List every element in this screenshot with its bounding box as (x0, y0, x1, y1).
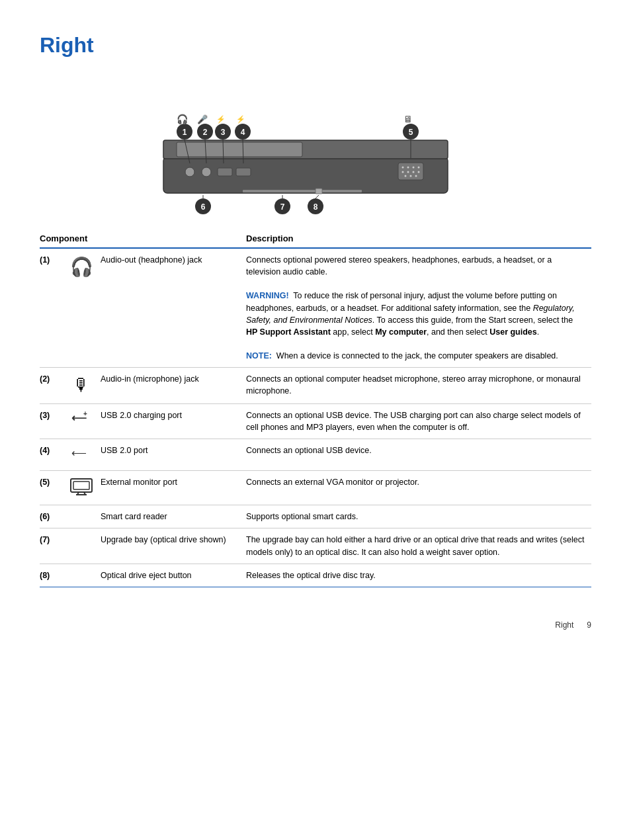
table-row: (5) External monitor port Connects an ex… (40, 471, 591, 505)
usb-icon: ⟵ (71, 450, 91, 463)
row-desc: Connects an external VGA monitor or proj… (246, 471, 591, 505)
note-label: NOTE: (246, 351, 272, 360)
page-title: Right (40, 33, 591, 58)
row-icon (67, 505, 101, 528)
row-name: Upgrade bay (optical drive shown) (101, 528, 246, 564)
svg-rect-5 (218, 168, 232, 176)
row-icon: 🎧 (67, 248, 101, 368)
headphone-icon: 🎧 (70, 257, 93, 277)
svg-point-17 (410, 175, 412, 177)
svg-point-12 (402, 171, 404, 173)
svg-text:2: 2 (203, 128, 208, 137)
svg-point-9 (407, 167, 409, 169)
svg-point-15 (418, 171, 420, 173)
svg-text:3: 3 (221, 128, 226, 137)
row-desc: Connects an optional computer headset mi… (246, 368, 591, 404)
svg-text:🖥: 🖥 (403, 114, 413, 124)
svg-text:5: 5 (409, 128, 413, 137)
row-desc: Connects an optional USB device. The USB… (246, 403, 591, 439)
svg-point-3 (185, 167, 194, 177)
monitor-icon (69, 489, 93, 498)
svg-text:1: 1 (183, 128, 187, 137)
row-name: USB 2.0 port (101, 439, 246, 471)
table-row: (3) ⟵ + USB 2.0 charging port Connects a… (40, 403, 591, 439)
svg-rect-20 (316, 189, 322, 194)
row-num: (4) (40, 439, 67, 471)
row-num: (8) (40, 564, 67, 587)
laptop-diagram-container: 1 2 3 4 5 6 7 (40, 71, 591, 216)
svg-text:🎧: 🎧 (177, 114, 189, 125)
usb-charging-icon: ⟵ + (71, 413, 91, 428)
row-desc: Releases the optical drive disc tray. (246, 564, 591, 587)
col-header-component: Component (40, 230, 101, 248)
row-icon: ⟵ (67, 439, 101, 471)
laptop-right-diagram: 1 2 3 4 5 6 7 (130, 71, 501, 216)
table-row: (1) 🎧 Audio-out (headphone) jack Connect… (40, 248, 591, 368)
svg-point-14 (413, 171, 415, 173)
row-icon (67, 471, 101, 505)
row-num: (1) (40, 248, 67, 368)
col-header-name (101, 230, 246, 248)
svg-point-18 (415, 175, 417, 177)
svg-point-11 (418, 167, 420, 169)
row-icon: ⟵ + (67, 403, 101, 439)
svg-text:⟵: ⟵ (71, 447, 87, 458)
table-row: (4) ⟵ USB 2.0 port Connects an optional … (40, 439, 591, 471)
svg-point-10 (413, 167, 415, 169)
svg-point-16 (405, 175, 407, 177)
svg-point-8 (402, 167, 404, 169)
svg-rect-2 (177, 142, 302, 157)
components-table: Component Description (1) 🎧 Audio-out (h… (40, 230, 591, 587)
svg-text:🎤: 🎤 (197, 114, 208, 125)
svg-rect-54 (73, 482, 89, 489)
svg-text:8: 8 (314, 202, 318, 212)
microphone-icon: 🎙 (73, 375, 90, 395)
svg-rect-6 (236, 168, 251, 176)
table-row: (7) Upgrade bay (optical drive shown) Th… (40, 528, 591, 564)
footer-text: Right 9 (555, 620, 591, 630)
row-icon: 🎙 (67, 368, 101, 404)
row-icon (67, 564, 101, 587)
row-desc: Connects an optional USB device. (246, 439, 591, 471)
row-name: Audio-in (microphone) jack (101, 368, 246, 404)
svg-text:⚡: ⚡ (216, 114, 226, 124)
row-desc: Connects optional powered stereo speaker… (246, 248, 591, 368)
row-num: (5) (40, 471, 67, 505)
row-name: External monitor port (101, 471, 246, 505)
table-row: (8) Optical drive eject button Releases … (40, 564, 591, 587)
svg-text:4: 4 (241, 128, 245, 137)
svg-text:7: 7 (280, 202, 285, 212)
svg-rect-53 (71, 479, 92, 492)
row-icon (67, 528, 101, 564)
svg-point-4 (202, 167, 211, 177)
row-name: USB 2.0 charging port (101, 403, 246, 439)
row-num: (7) (40, 528, 67, 564)
svg-line-44 (316, 195, 319, 198)
svg-text:6: 6 (201, 202, 206, 212)
row-name: Optical drive eject button (101, 564, 246, 587)
footer-label: Right (555, 620, 573, 630)
warning-label: WARNING! (246, 291, 289, 300)
col-header-description: Description (246, 230, 591, 248)
row-name: Audio-out (headphone) jack (101, 248, 246, 368)
row-num: (2) (40, 368, 67, 404)
svg-text:+: + (83, 410, 87, 417)
row-desc: Supports optional smart cards. (246, 505, 591, 528)
svg-point-13 (407, 171, 409, 173)
page-footer: Right 9 (40, 614, 591, 630)
svg-rect-7 (398, 163, 423, 180)
table-header-row: Component Description (40, 230, 591, 248)
row-num: (3) (40, 403, 67, 439)
svg-rect-19 (243, 190, 362, 192)
row-name: Smart card reader (101, 505, 246, 528)
table-row: (6) Smart card reader Supports optional … (40, 505, 591, 528)
table-row: (2) 🎙 Audio-in (microphone) jack Connect… (40, 368, 591, 404)
svg-text:⚡: ⚡ (236, 114, 245, 124)
row-desc: The upgrade bay can hold either a hard d… (246, 528, 591, 564)
footer-page: 9 (587, 620, 591, 630)
row-num: (6) (40, 505, 67, 528)
